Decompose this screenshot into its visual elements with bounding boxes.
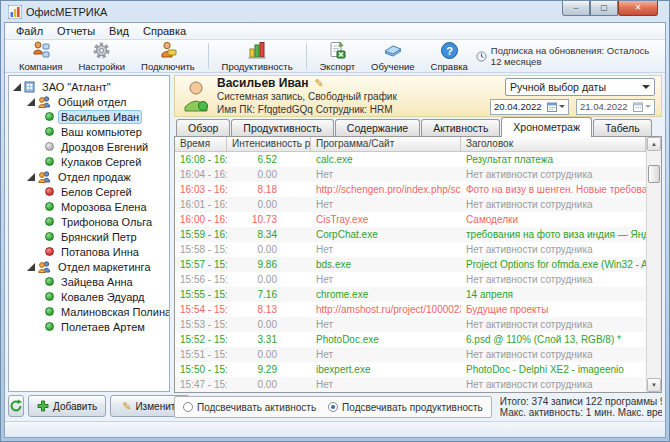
cell-intensity: 3.31 [227,332,311,347]
tree-item-employee[interactable]: Дроздов Евгений [11,139,169,154]
maximize-button[interactable]: ▢ [590,1,618,16]
tree-item-label: Трифонова Ольга [58,216,155,228]
table-row[interactable]: 15:47 - 15:500.00НетНет активности сотру… [175,377,646,392]
date-to-input[interactable]: 21.04.2022 [576,99,655,115]
productivity-button[interactable]: Продуктивность [214,41,301,72]
training-button[interactable]: Обучение [363,41,422,72]
minimize-button[interactable]: – [562,1,590,16]
menu-reports[interactable]: Отчеты [50,25,102,37]
employee-header: Васильев Иван ✎ Системная запись, Свобод… [174,75,662,117]
tab-inactive[interactable]: Продуктивность [231,119,334,137]
tree-expander-icon[interactable] [27,173,35,181]
tree-item-employee[interactable]: Полетаев Артем [11,319,169,334]
tree-item-employee[interactable]: Белов Сергей [11,184,169,199]
column-header[interactable]: Интенсивность работы [227,137,311,151]
table-row[interactable]: 16:01 - 16:030.00НетНет активности сотру… [175,197,646,212]
column-header[interactable]: Программа/Сайт [311,137,461,151]
chevron-down-icon [645,105,651,108]
highlight-activity-radio[interactable]: Подсвечивать активность [183,402,316,413]
scroll-up-icon[interactable]: ▲ [647,137,661,151]
close-button[interactable]: ✕ [618,1,658,16]
table-row[interactable]: 15:51 - 15:520.00НетНет активности сотру… [175,347,646,362]
table-row[interactable]: 15:59 - 16:008.34CorpChat.exeтребования … [175,227,646,242]
tree-expander-icon[interactable] [27,263,35,271]
edit-name-icon[interactable]: ✎ [315,77,324,89]
cell-intensity: 0.00 [227,197,311,212]
tree-item-company[interactable]: ЗАО "Атлант" [11,79,169,94]
table-row[interactable]: 16:00 - 16:0110.73CisTray.exeСамоделки [175,212,646,227]
table-row[interactable]: 15:52 - 15:533.31PhotoDoc.exe6.psd @ 110… [175,332,646,347]
settings-label: Настройки [78,61,125,72]
cell-program: bds.exe [311,257,461,272]
tree-item-employee[interactable]: Ваш компьютер [11,124,169,139]
scrollbar-thumb[interactable] [648,165,660,183]
table-row[interactable]: 15:53 - 15:540.00НетНет активности сотру… [175,317,646,332]
menu-help[interactable]: Справка [136,25,193,37]
table-row[interactable]: 16:04 - 16:080.00НетНет активности сотру… [175,167,646,182]
cell-time: 15:47 - 15:50 [175,377,227,392]
refresh-button[interactable] [8,395,24,417]
tree-item-department[interactable]: Отдел продаж [11,169,169,184]
column-header[interactable]: Время [175,137,227,151]
tree-item-label: Общий отдел [55,96,129,108]
tab-active[interactable]: Хронометраж [501,117,592,137]
tree-item-employee[interactable]: Потапова Инна [11,244,169,259]
table-row[interactable]: 15:50 - 15:519.29ibexpert.exePhotoDoc - … [175,362,646,377]
help-button[interactable]: ? Справка [423,41,476,72]
table-row[interactable]: 15:54 - 15:558.13http://amshost.ru/proje… [175,302,646,317]
menu-file[interactable]: Файл [9,25,50,37]
tree-item-department[interactable]: Отдел маркетинга [11,259,169,274]
cell-title: 6.psd @ 110% (Слой 13, RGB/8) * [461,332,646,347]
svg-text:?: ? [446,45,453,57]
tree-buttons: Добавить ✎ Изменить [8,395,170,419]
cell-title: требования на фото виза индия — Яндекс: … [461,227,646,242]
timesheet-table: ВремяИнтенсивность работыПрограмма/СайтЗ… [174,136,662,393]
cell-intensity: 9.86 [227,257,311,272]
chevron-down-icon [559,105,565,108]
table-row[interactable]: 16:03 - 16:048.18http://schengen.pro/ind… [175,182,646,197]
tabs: ОбзорПродуктивностьСодержаниеАктивностьХ… [174,117,662,137]
tab-inactive[interactable]: Табель [593,119,652,137]
connect-button[interactable]: Подключить [133,41,203,72]
vertical-scrollbar[interactable]: ▲ ▼ [646,137,661,392]
column-header[interactable]: Заголовок [461,137,646,151]
table-row[interactable]: 15:55 - 15:567.16chrome.exe14 апреля [175,287,646,302]
tab-inactive[interactable]: Содержание [335,119,420,137]
scroll-down-icon[interactable]: ▼ [647,378,661,392]
menu-view[interactable]: Вид [102,25,136,37]
tab-inactive[interactable]: Активность [421,119,500,137]
add-employee-button[interactable]: Добавить [28,395,106,417]
title-bar[interactable]: ОфисМЕТРИКА – ▢ ✕ [4,1,666,22]
tree-item-employee[interactable]: Малиновская Полина [11,304,169,319]
tree-item-employee[interactable]: Зайцева Анна [11,274,169,289]
cell-time: 15:53 - 15:54 [175,317,227,332]
tree-item-employee[interactable]: Васильев Иван [11,109,169,124]
date-mode-value: Ручной выбор даты [510,81,606,93]
export-button[interactable]: Экспорт [311,41,363,72]
tree-item-employee[interactable]: Трифонова Ольга [11,214,169,229]
cell-title: Нет активности сотрудника [461,167,646,182]
tab-inactive[interactable]: Обзор [176,119,230,137]
subscription-text: Подписка на обновления: Осталось 12 меся… [491,45,653,67]
table-row[interactable]: 16:08 - 16:096.52calc.exeРезультат плате… [175,152,646,167]
table-row[interactable]: 15:58 - 15:590.00НетНет активности сотру… [175,242,646,257]
table-row[interactable]: 15:57 - 15:589.86bds.exeProject Options … [175,257,646,272]
employee-pc-info: Имя ПК: FfqgtedGQq Сотрудник: HRM [217,103,397,116]
tree-expander-icon[interactable] [13,83,21,91]
settings-button[interactable]: Настройки [70,41,133,72]
date-mode-select[interactable]: Ручной выбор даты [505,78,655,96]
tree-item-employee[interactable]: Брянский Петр [11,229,169,244]
tree-item-employee[interactable]: Кулаков Сергей [11,154,169,169]
cell-program: Нет [311,317,461,332]
tree-item-employee[interactable]: Ковалев Эдуард [11,289,169,304]
date-from-input[interactable]: 20.04.2022 [490,99,569,115]
cell-title: Результат платежа [461,152,646,167]
tree-item-department[interactable]: Общий отдел [11,94,169,109]
highlight-productivity-radio[interactable]: Подсвечивать продуктивность [328,402,483,413]
tree-item-employee[interactable]: Морозова Елена [11,199,169,214]
tree-expander-icon[interactable] [27,98,35,106]
table-row[interactable]: 15:56 - 15:570.00НетНет активности сотру… [175,272,646,287]
cell-time: 15:52 - 15:53 [175,332,227,347]
company-button[interactable]: Компания [11,41,70,72]
app-window: ОфисМЕТРИКА – ▢ ✕ Файл Отчеты Вид Справк… [0,0,670,442]
